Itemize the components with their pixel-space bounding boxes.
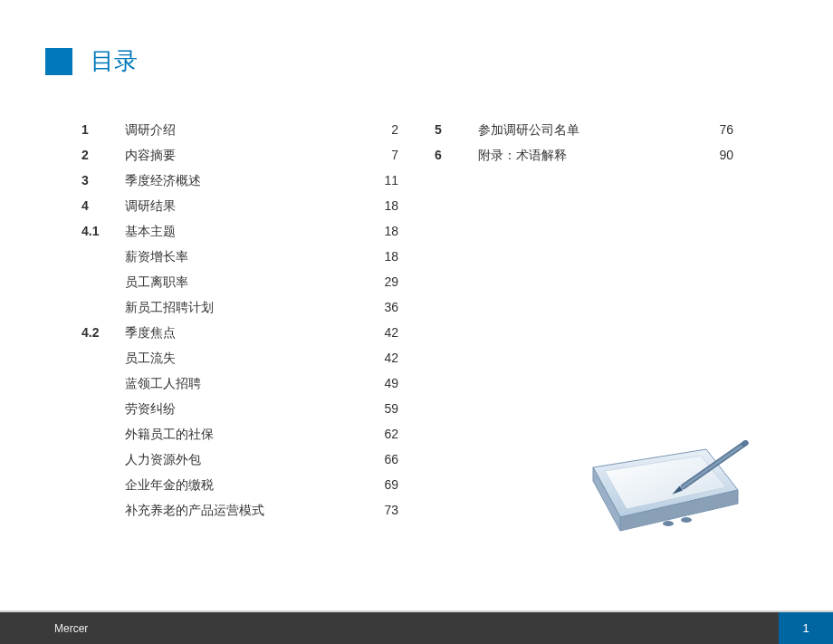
footer-brand: Mercer [0, 612, 779, 644]
toc-row: 蓝领工人招聘49 [81, 376, 398, 392]
toc-number: 2 [81, 148, 118, 162]
toc-column-left: 1调研介绍22内容摘要73季度经济概述114调研结果184.1基本主题18薪资增… [81, 122, 398, 528]
toc-label: 员工流失 [118, 351, 362, 367]
toc-row: 人力资源外包66 [81, 452, 398, 468]
toc-row: 员工流失42 [81, 351, 398, 367]
toc-label: 参加调研公司名单 [471, 122, 697, 139]
toc-row: 6附录：术语解释90 [435, 148, 733, 164]
toc-row: 1调研介绍2 [81, 122, 398, 139]
toc-label: 调研介绍 [118, 122, 362, 139]
toc-row: 新员工招聘计划36 [81, 300, 398, 316]
toc-label: 补充养老的产品运营模式 [118, 503, 362, 519]
toc-label: 季度经济概述 [118, 173, 362, 189]
toc-row: 3季度经济概述11 [81, 173, 398, 189]
toc-page: 66 [362, 452, 398, 466]
toc-page: 90 [697, 148, 733, 162]
toc-row: 4.1基本主题18 [81, 224, 398, 240]
toc-page: 69 [362, 477, 398, 492]
toc-page: 36 [362, 300, 398, 314]
page-header: 目录 [0, 0, 833, 77]
toc-page: 49 [362, 376, 398, 390]
svg-point-0 [663, 521, 674, 526]
toc-row: 4调研结果18 [81, 198, 398, 215]
svg-point-1 [681, 517, 692, 523]
toc-label: 季度焦点 [118, 325, 362, 341]
toc-row: 外籍员工的社保62 [81, 427, 398, 443]
toc-page: 73 [362, 503, 398, 517]
toc-label: 附录：术语解释 [471, 148, 697, 164]
toc-page: 29 [362, 274, 398, 289]
toc-row: 4.2季度焦点42 [81, 325, 398, 341]
toc-page: 2 [362, 122, 398, 137]
tablet-illustration [579, 418, 752, 544]
toc-page: 18 [362, 249, 398, 264]
toc-row: 2内容摘要7 [81, 148, 398, 164]
toc-number: 6 [435, 148, 471, 162]
title-accent-square [45, 48, 72, 75]
toc-label: 新员工招聘计划 [118, 300, 362, 316]
toc-label: 调研结果 [118, 198, 362, 215]
page-title: 目录 [91, 45, 138, 77]
toc-page: 42 [362, 325, 398, 340]
toc-label: 人力资源外包 [118, 452, 362, 468]
toc-row: 补充养老的产品运营模式73 [81, 503, 398, 519]
page-footer: Mercer 1 [0, 612, 833, 644]
toc-label: 薪资增长率 [118, 249, 362, 265]
toc-number: 4.2 [81, 325, 118, 340]
toc-number: 4 [81, 198, 118, 213]
toc-row: 企业年金的缴税69 [81, 477, 398, 494]
toc-page: 7 [362, 148, 398, 162]
toc-row: 薪资增长率18 [81, 249, 398, 265]
toc-page: 42 [362, 351, 398, 365]
toc-row: 员工离职率29 [81, 274, 398, 291]
toc-label: 劳资纠纷 [118, 401, 362, 418]
toc-row: 劳资纠纷59 [81, 401, 398, 418]
toc-page: 62 [362, 427, 398, 441]
toc-number: 3 [81, 173, 118, 187]
toc-page: 76 [697, 122, 733, 137]
toc-number: 5 [435, 122, 471, 137]
toc-row: 5参加调研公司名单76 [435, 122, 733, 139]
toc-number: 1 [81, 122, 118, 137]
toc-number: 4.1 [81, 224, 118, 238]
toc-page: 18 [362, 224, 398, 238]
toc-label: 基本主题 [118, 224, 362, 240]
toc-page: 18 [362, 198, 398, 213]
toc-page: 59 [362, 401, 398, 416]
footer-page-number: 1 [779, 612, 833, 644]
toc-page: 11 [362, 173, 398, 187]
toc-label: 内容摘要 [118, 148, 362, 164]
toc-label: 蓝领工人招聘 [118, 376, 362, 392]
toc-label: 外籍员工的社保 [118, 427, 362, 443]
toc-label: 员工离职率 [118, 274, 362, 291]
toc-label: 企业年金的缴税 [118, 477, 362, 494]
